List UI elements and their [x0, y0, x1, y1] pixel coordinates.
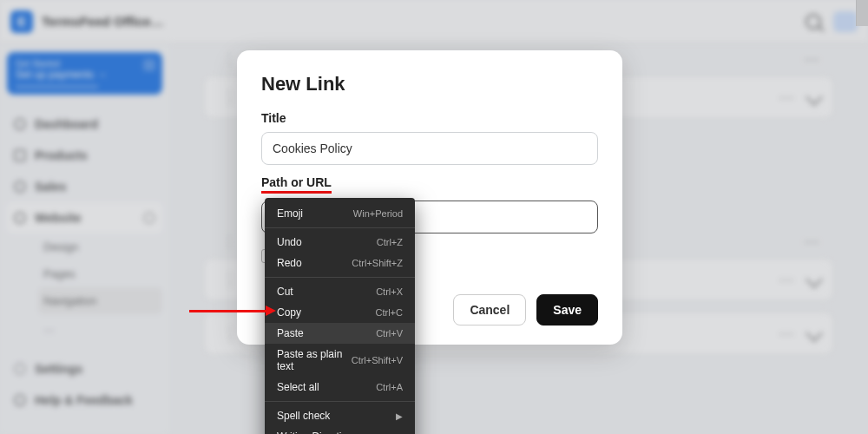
cancel-button[interactable]: Cancel — [453, 294, 526, 326]
context-menu-item[interactable]: Paste as plain textCtrl+Shift+V — [265, 344, 415, 377]
menu-item-label: Select all — [277, 381, 319, 393]
menu-item-shortcut: Win+Period — [353, 208, 403, 219]
save-button[interactable]: Save — [536, 294, 598, 326]
menu-item-shortcut: Ctrl+Shift+V — [352, 355, 403, 365]
menu-item-shortcut: Ctrl+C — [376, 307, 403, 318]
menu-item-label: Paste as plain text — [277, 348, 352, 372]
annotation-arrow — [189, 306, 276, 316]
context-menu-item[interactable]: PasteCtrl+V — [265, 323, 415, 344]
menu-item-shortcut: Ctrl+Z — [377, 237, 403, 247]
menu-item-label: Copy — [277, 306, 301, 319]
context-menu: EmojiWin+PeriodUndoCtrl+ZRedoCtrl+Shift+… — [265, 198, 415, 434]
context-menu-item[interactable]: Writing Direction▶ — [265, 426, 415, 434]
menu-item-label: Spell check — [277, 410, 330, 422]
menu-item-label: Writing Direction — [277, 431, 353, 434]
menu-item-shortcut: Ctrl+Shift+Z — [352, 258, 403, 268]
context-menu-item[interactable]: CopyCtrl+C — [265, 302, 415, 323]
menu-item-label: Redo — [277, 257, 302, 269]
menu-item-shortcut: Ctrl+V — [376, 328, 403, 339]
menu-item-label: Cut — [277, 286, 293, 298]
context-menu-item[interactable]: EmojiWin+Period — [265, 203, 415, 224]
context-menu-item[interactable]: RedoCtrl+Shift+Z — [265, 253, 415, 273]
title-input[interactable] — [261, 132, 598, 165]
modal-title: New Link — [261, 73, 598, 95]
context-menu-item[interactable]: Select allCtrl+A — [265, 377, 415, 398]
menu-item-label: Emoji — [277, 207, 303, 220]
submenu-arrow-icon: ▶ — [396, 411, 403, 421]
title-field-label: Title — [261, 111, 598, 125]
context-menu-item[interactable]: Spell check▶ — [265, 405, 415, 426]
menu-item-shortcut: Ctrl+X — [376, 286, 403, 297]
context-menu-item[interactable]: CutCtrl+X — [265, 281, 415, 302]
context-menu-item[interactable]: UndoCtrl+Z — [265, 232, 415, 253]
menu-item-label: Undo — [277, 236, 302, 248]
menu-item-shortcut: Ctrl+A — [376, 382, 403, 392]
url-field-label: Path or URL — [261, 175, 332, 194]
menu-item-label: Paste — [277, 327, 304, 339]
